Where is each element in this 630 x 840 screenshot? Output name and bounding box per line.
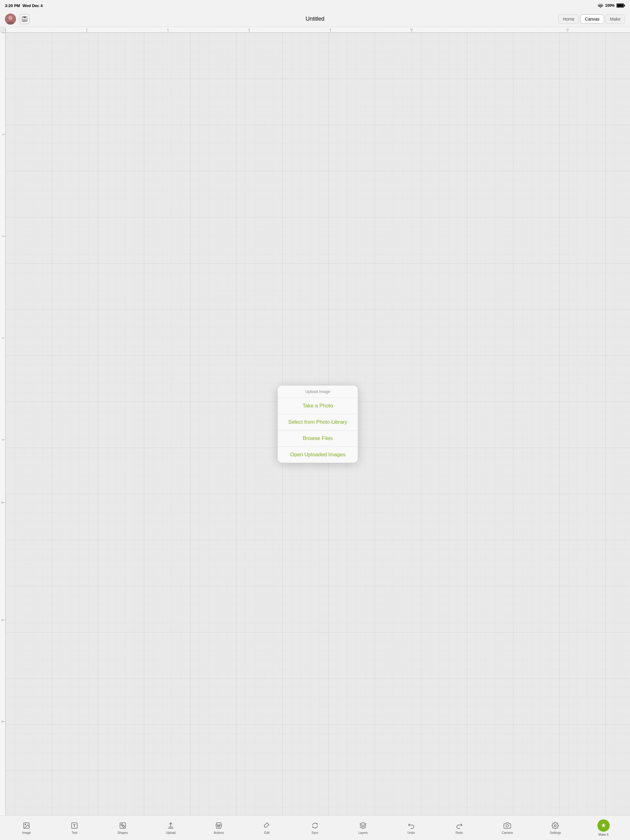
open-uploaded-images-button[interactable]: Open Uploaded Images: [278, 447, 358, 463]
sync-label: Sync: [312, 831, 318, 834]
settings-icon: [551, 821, 560, 830]
canvas-button[interactable]: Canvas: [580, 14, 604, 24]
nav-title: Untitled: [306, 16, 324, 22]
wifi-icon: [598, 3, 603, 8]
redo-icon: [455, 821, 464, 830]
toolbar-item-layers[interactable]: Layers: [356, 821, 370, 834]
layers-icon: [359, 821, 367, 830]
text-label: Text: [72, 831, 77, 834]
svg-point-4: [8, 16, 13, 20]
select-photo-library-button[interactable]: Select from Photo Library: [278, 414, 358, 431]
image-icon: [22, 821, 31, 830]
make-button[interactable]: Make: [605, 14, 625, 24]
nav-left: [5, 14, 30, 25]
save-button[interactable]: [20, 14, 30, 24]
svg-rect-8: [23, 19, 27, 21]
svg-point-16: [506, 825, 508, 827]
modal-overlay[interactable]: Upload Image Take a Photo Select from Ph…: [6, 33, 630, 815]
upload-modal: Upload Image Take a Photo Select from Ph…: [278, 385, 358, 463]
svg-point-17: [554, 825, 556, 826]
image-label: Image: [22, 831, 31, 834]
upload-label: Upload: [166, 831, 176, 834]
canvas-container: 0 2 4 6 8 10 12 0 2 4 6 8 10 12 14: [0, 27, 630, 815]
edit-icon: [263, 821, 271, 830]
sync-icon: [311, 821, 319, 830]
toolbar-item-text[interactable]: T Text: [67, 821, 82, 834]
nav-right: Home Canvas Make: [558, 14, 625, 24]
actions-icon: [214, 821, 223, 830]
undo-label: Undo: [408, 831, 415, 834]
status-date: Wed Dec 4: [22, 3, 43, 8]
toolbar-item-shapes[interactable]: Shapes: [116, 821, 130, 834]
camera-icon: [503, 821, 511, 830]
edit-label: Edit: [264, 831, 269, 834]
actions-label: Actions: [214, 831, 224, 834]
take-photo-button[interactable]: Take a Photo: [278, 398, 358, 414]
shapes-label: Shapes: [117, 831, 128, 834]
toolbar-item-makeit[interactable]: Make It: [596, 819, 611, 836]
toolbar-item-sync[interactable]: Sync: [308, 821, 322, 834]
toolbar-item-camera[interactable]: Camera: [500, 821, 514, 834]
svg-rect-7: [24, 17, 26, 18]
svg-text:T: T: [73, 824, 76, 828]
ruler-top: 0 2 4 6 8 10 12: [6, 27, 630, 33]
toolbar-item-edit[interactable]: Edit: [260, 821, 274, 834]
toolbar-item-image[interactable]: Image: [19, 821, 34, 834]
browse-files-button[interactable]: Browse Files: [278, 431, 358, 447]
toolbar-item-actions[interactable]: Actions: [211, 821, 226, 834]
battery-percent: 100%: [605, 3, 615, 8]
ruler-left: 0 2 4 6 8 10 12 14: [0, 33, 6, 815]
toolbar-item-undo[interactable]: Undo: [404, 821, 419, 834]
home-button[interactable]: Home: [558, 14, 579, 24]
camera-label: Camera: [502, 831, 513, 834]
toolbar-item-settings[interactable]: Settings: [548, 821, 563, 834]
undo-icon: [407, 821, 416, 830]
status-right: 100%: [598, 3, 625, 8]
svg-rect-2: [624, 5, 625, 6]
status-left: 3:20 PM Wed Dec 4: [5, 3, 43, 8]
svg-rect-1: [617, 4, 624, 7]
toolbar-item-upload[interactable]: Upload: [163, 821, 178, 834]
nav-bar: Untitled Home Canvas Make: [0, 11, 630, 27]
avatar[interactable]: [5, 14, 16, 25]
redo-label: Redo: [456, 831, 463, 834]
svg-point-15: [123, 826, 125, 827]
layers-label: Layers: [358, 831, 367, 834]
svg-point-10: [25, 824, 26, 825]
bottom-toolbar: Image T Text Shapes: [0, 815, 630, 840]
makeit-label: Make It: [598, 833, 608, 836]
save-icon: [22, 16, 27, 22]
status-bar: 3:20 PM Wed Dec 4 100%: [0, 0, 630, 11]
battery-icon: [616, 3, 625, 8]
makeit-icon: [597, 819, 610, 832]
settings-label: Settings: [550, 831, 561, 834]
upload-icon: [166, 821, 175, 830]
text-icon: T: [70, 821, 79, 830]
shapes-icon: [119, 821, 127, 830]
svg-rect-14: [121, 824, 123, 826]
modal-header: Upload Image: [278, 385, 358, 398]
status-time: 3:20 PM: [5, 3, 20, 8]
toolbar-item-redo[interactable]: Redo: [452, 821, 467, 834]
